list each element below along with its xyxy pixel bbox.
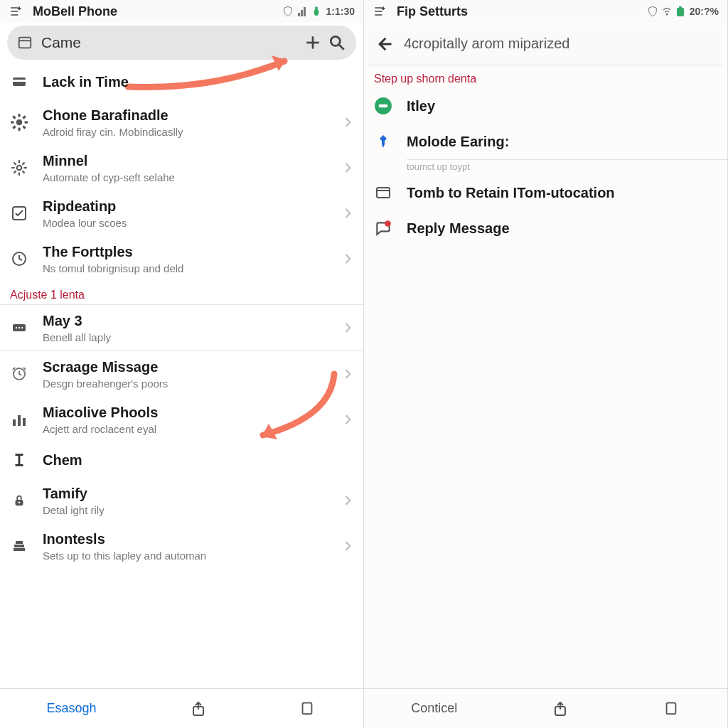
shield-icon <box>282 6 294 17</box>
list-item-itley[interactable]: Itley <box>364 88 727 124</box>
lock-icon <box>10 491 28 510</box>
pin-icon <box>374 132 392 151</box>
search-icon[interactable] <box>328 33 346 52</box>
svg-rect-53 <box>377 188 390 198</box>
svg-line-30 <box>22 162 24 164</box>
app-title: MoBell Phone <box>30 4 282 19</box>
add-icon[interactable] <box>304 33 322 52</box>
battery-icon <box>675 6 685 17</box>
svg-point-35 <box>18 327 20 328</box>
status-bar-right: Fip Setturts 20:?% <box>364 0 727 23</box>
menu-icon[interactable] <box>9 4 30 18</box>
chevron-right-icon <box>343 414 353 424</box>
svg-rect-40 <box>23 418 26 426</box>
svg-rect-5 <box>19 38 31 48</box>
chevron-right-icon <box>343 208 353 218</box>
svg-rect-0 <box>298 13 300 16</box>
bug-icon <box>311 6 322 17</box>
list-item-lack-in-time[interactable]: Lack in Time <box>0 64 363 100</box>
svg-rect-39 <box>18 415 21 426</box>
search-bar[interactable]: Came <box>7 26 356 60</box>
list-item-chone[interactable]: Chone BarafinadleAdroid firay cin. Mobin… <box>0 100 363 145</box>
list-item-ripdeatinp[interactable]: RipdeatinpModea lour scoes <box>0 191 363 236</box>
svg-line-18 <box>13 116 15 118</box>
chevron-right-icon <box>343 369 353 379</box>
svg-point-48 <box>665 14 668 16</box>
chevron-right-icon <box>343 163 353 173</box>
checkbox-icon <box>10 204 28 223</box>
signal-icon <box>298 6 306 17</box>
list-item-tomb[interactable]: Tomb to Retain ITom-utocation <box>364 175 727 210</box>
share-icon[interactable] <box>190 700 207 717</box>
bottom-label-left[interactable]: Esasogh <box>46 701 96 716</box>
battery-pct: 20:?% <box>690 6 719 17</box>
ibeam-icon <box>10 451 28 469</box>
bottom-label-right[interactable]: Conticel <box>411 701 457 716</box>
back-title: 4cropitally arom miparized <box>404 36 569 52</box>
chevron-right-icon <box>343 541 353 551</box>
svg-line-10 <box>339 45 344 50</box>
gear-icon <box>10 113 28 132</box>
chevron-right-icon <box>343 323 353 333</box>
list-item-molode[interactable]: Molode Earing: <box>364 124 727 159</box>
status-bar-left: MoBell Phone 1:1:30 <box>0 0 363 23</box>
svg-point-36 <box>21 327 23 328</box>
list-item-tamify[interactable]: TamifyDetal ight rily <box>0 478 363 523</box>
window-icon <box>17 35 33 50</box>
svg-line-29 <box>14 171 16 173</box>
list-item-forttples[interactable]: The ForttplesNs tomul tobrignisup and de… <box>0 236 363 282</box>
share-icon[interactable] <box>552 700 569 717</box>
clock-time: 1:1:30 <box>326 6 355 17</box>
section-header-1: Acjuste 1 lenta <box>0 282 363 304</box>
wifi-icon <box>663 6 671 17</box>
svg-rect-50 <box>679 6 682 8</box>
folder-icon <box>374 183 392 202</box>
svg-rect-12 <box>13 80 26 82</box>
svg-point-54 <box>385 220 391 227</box>
menu-icon[interactable] <box>373 4 394 18</box>
svg-point-42 <box>18 501 21 503</box>
svg-point-34 <box>16 327 17 328</box>
left-screen: MoBell Phone 1:1:30 Came Lack in Time <box>0 0 364 728</box>
list-item-minnel[interactable]: MinnelAutomate of cyp-seft selahe <box>0 145 363 191</box>
dots-icon <box>10 318 28 337</box>
svg-rect-45 <box>16 541 23 544</box>
svg-point-3 <box>314 9 318 16</box>
list-item-may3[interactable]: May 3Benell all laply <box>0 305 363 350</box>
bookmark-icon[interactable] <box>299 700 316 717</box>
list-item-chem[interactable]: Chem <box>0 442 363 478</box>
svg-rect-38 <box>13 419 16 426</box>
faint-caption: toumct up toypt <box>364 160 727 175</box>
list-item-scraage[interactable]: Scraage MissageDesgn breahenger's poors <box>0 351 363 397</box>
list-item-reply[interactable]: Reply Message <box>364 210 727 246</box>
back-header: 4cropitally arom miparized <box>368 26 723 65</box>
svg-point-4 <box>315 6 318 9</box>
bottom-bar-left: Esasogh <box>0 688 363 728</box>
svg-rect-49 <box>677 8 684 16</box>
section-header-right: Step up shorn denta <box>364 65 727 88</box>
search-input[interactable]: Came <box>41 34 298 51</box>
svg-rect-2 <box>304 7 306 16</box>
svg-line-21 <box>23 116 25 118</box>
list-item-miacolive[interactable]: Miacolive PhoolsAcjett ard roclacent eya… <box>0 397 363 442</box>
bottom-bar-right: Conticel <box>364 688 727 728</box>
bookmark-icon[interactable] <box>663 700 680 717</box>
clock2-icon <box>10 365 28 383</box>
list-item-inontesls[interactable]: InonteslsSets up to this lapley and auto… <box>0 523 363 569</box>
svg-rect-1 <box>301 10 303 16</box>
status-icons: 1:1:30 <box>282 6 355 17</box>
stack-icon <box>10 537 28 555</box>
chat-icon <box>374 219 392 237</box>
svg-rect-47 <box>303 702 312 714</box>
left-content: Lack in Time Chone BarafinadleAdroid fir… <box>0 64 363 688</box>
svg-line-27 <box>14 162 16 164</box>
svg-rect-52 <box>379 105 388 107</box>
back-icon[interactable] <box>374 34 394 54</box>
chevron-right-icon <box>343 496 353 505</box>
chevron-right-icon <box>343 117 353 127</box>
right-content: Step up shorn denta Itley Molode Earing:… <box>364 65 727 688</box>
card-icon <box>10 73 28 91</box>
status-icons: 20:?% <box>647 6 719 17</box>
bars-icon <box>10 410 28 429</box>
svg-point-9 <box>331 36 340 46</box>
